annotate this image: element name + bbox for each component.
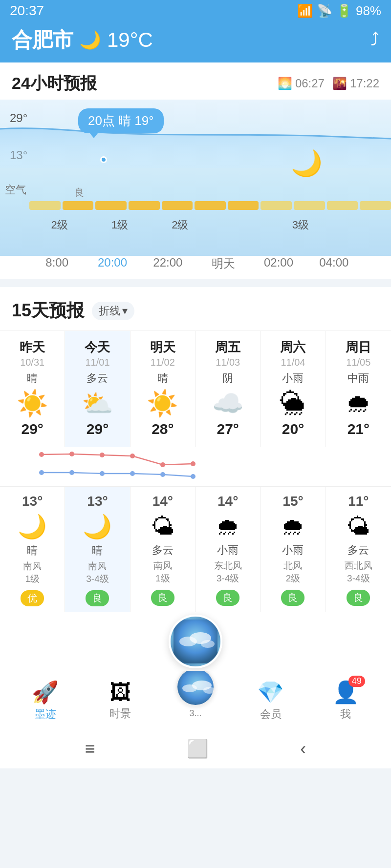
nav-item-shijing[interactable]: 🖼 时景	[83, 680, 158, 721]
day-col-2: 明天 11/02 晴 ☀️ 28°	[130, 331, 196, 447]
section-15d: 15天预报 折线 ▾ 昨天 10/31 晴 ☀️ 29° 今天 11/01 多云…	[0, 287, 391, 612]
divider-1	[0, 279, 391, 287]
time-item-1: 8:00	[29, 256, 85, 271]
aqi-badge-3: 良	[216, 590, 239, 606]
temp-curve-svg	[0, 100, 391, 168]
day-lower-1: 13° 🌙 晴 南风 3-4级 良	[65, 487, 130, 612]
day-low-2: 14°	[152, 494, 173, 509]
moon-chart-icon: 🌙	[291, 148, 323, 178]
day-weather-1: 多云	[87, 371, 108, 386]
low-temp-line	[42, 473, 193, 476]
day-high-3: 27°	[217, 421, 239, 437]
day-lower-2: 14° 🌤 多云 南风 1级 良	[130, 487, 196, 612]
24h-header: 24小时预报 🌅 06:27 🌇 17:22	[0, 62, 391, 100]
high-dot-0	[39, 452, 44, 457]
night-icon-2: 🌤	[151, 513, 174, 540]
wind-4: 北风	[283, 559, 302, 572]
day-col-5: 周日 11/05 中雨 🌧 21°	[326, 331, 391, 447]
status-icons: 📶 📡 🔋 98%	[297, 3, 381, 19]
night-weather-1: 晴	[92, 543, 103, 558]
15d-chart-svg	[15, 447, 376, 486]
24h-title: 24小时预报	[12, 72, 97, 95]
wind-level-5: 3-4级	[347, 572, 369, 585]
signal-icon: 📶	[297, 3, 313, 19]
days-grid-top: 昨天 10/31 晴 ☀️ 29° 今天 11/01 多云 ⛅ 29° 明天 1…	[0, 331, 391, 447]
air-seg-4	[129, 201, 160, 210]
wind-item-3: 2级	[150, 218, 210, 232]
status-bar: 20:37 📶 📡 🔋 98%	[0, 0, 391, 21]
nav-item-vip[interactable]: 💎 会员	[233, 680, 308, 722]
air-seg-11	[360, 201, 391, 210]
day-name-3: 周五	[215, 339, 240, 356]
wind-item-2: 1级	[89, 218, 150, 232]
wind-item-1: 2级	[29, 218, 89, 232]
svg-point-7	[203, 687, 215, 694]
thumb-img	[174, 620, 217, 663]
wind-item-5: 3级	[270, 218, 330, 232]
wind-2: 南风	[153, 559, 172, 572]
day-low-0: 13°	[22, 494, 43, 509]
aqi-badge-1: 良	[86, 590, 109, 606]
fold-button[interactable]: 折线 ▾	[92, 302, 134, 320]
wind-5: 西北风	[345, 559, 372, 572]
night-weather-4: 小雨	[282, 543, 304, 558]
low-dot-4	[160, 472, 165, 477]
day-lower-3: 14° 🌧 小雨 东北风 3-4级 良	[196, 487, 261, 612]
wind-level-2: 1级	[155, 572, 170, 585]
air-quality-good: 良	[74, 186, 84, 199]
sys-home-icon[interactable]: ⬜	[187, 739, 209, 759]
weather-icon-header: 🌙	[79, 30, 101, 50]
center-thumb-img	[177, 669, 215, 706]
sys-back-icon[interactable]: ‹	[300, 739, 306, 759]
nav-label-me: 我	[340, 707, 351, 722]
center-label: 3...	[189, 708, 201, 719]
aqi-badge-0: 优	[21, 590, 44, 606]
time-item-6: 04:00	[306, 256, 362, 271]
air-seg-1	[29, 201, 61, 210]
section-24h: 24小时预报 🌅 06:27 🌇 17:22 29° 13°	[0, 62, 391, 279]
wind-level-3: 3-4级	[217, 572, 239, 585]
current-dot	[100, 156, 107, 163]
wind-0: 南风	[23, 560, 42, 573]
center-thumb	[176, 667, 215, 706]
night-icon-5: 🌤	[347, 513, 370, 540]
nav-item-center[interactable]: 3...	[158, 667, 233, 719]
wifi-icon: 📡	[317, 3, 332, 19]
thumb-circle[interactable]	[169, 615, 222, 668]
nav-item-me[interactable]: 👤 49 我	[308, 680, 383, 722]
sunset-icon: 🌇	[332, 77, 347, 90]
15d-title: 15天预报	[12, 299, 84, 323]
low-dot-1	[69, 470, 74, 475]
day-icon-1: ⛅	[82, 391, 113, 416]
day-icon-5: 🌧	[346, 391, 371, 416]
day-high-4: 20°	[282, 421, 304, 437]
night-weather-5: 多云	[348, 543, 369, 558]
sunrise-time: 06:27	[295, 77, 325, 90]
low-dot-3	[130, 471, 135, 476]
city-weather: 合肥市 🌙 19°C	[12, 26, 153, 54]
day-weather-4: 小雨	[282, 371, 304, 386]
air-quality-label: 空气	[5, 183, 26, 197]
nav-label-shijing: 时景	[109, 706, 131, 721]
wind-1: 南风	[88, 560, 107, 573]
high-temp-line	[42, 454, 193, 465]
day-icon-3: ☁️	[212, 391, 244, 416]
me-icon-wrapper: 👤 49	[332, 680, 359, 705]
air-seg-8	[261, 201, 292, 210]
day-weather-5: 中雨	[348, 371, 369, 386]
sys-menu-icon[interactable]: ≡	[85, 739, 95, 759]
share-button[interactable]: ⤴	[370, 30, 379, 50]
high-dot-2	[100, 453, 105, 457]
battery-percent: 98%	[356, 3, 381, 19]
day-date-4: 11/04	[281, 357, 305, 368]
nav-label-vip: 会员	[260, 707, 282, 722]
day-date-5: 11/05	[346, 357, 370, 368]
wind-level-4: 2级	[286, 572, 301, 585]
nav-item-mojing[interactable]: 🚀 墨迹	[8, 680, 83, 722]
day-name-1: 今天	[85, 339, 110, 356]
air-seg-10	[327, 201, 358, 210]
day-icon-0: ☀️	[17, 391, 48, 416]
low-dot-5	[191, 474, 196, 479]
time-item-3: 22:00	[140, 256, 196, 271]
high-dot-4	[160, 462, 165, 467]
